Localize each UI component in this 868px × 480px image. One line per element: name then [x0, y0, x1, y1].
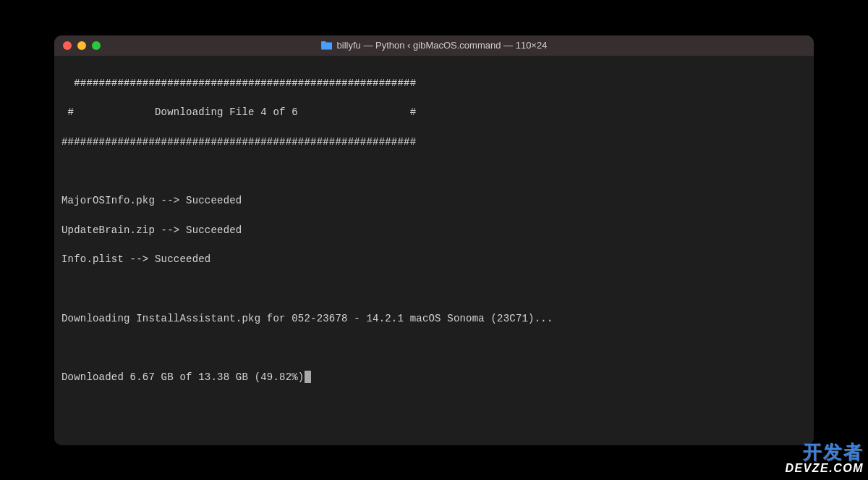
watermark-en: DEVZE.COM — [785, 463, 864, 474]
window-title-text: billyfu — Python ‹ gibMacOS.command — 11… — [337, 40, 548, 51]
banner-line: ########################################… — [61, 76, 807, 90]
folder-icon — [321, 41, 333, 50]
close-button[interactable] — [63, 41, 72, 50]
cursor — [305, 371, 311, 383]
window-title: billyfu — Python ‹ gibMacOS.command — 11… — [321, 40, 548, 51]
progress-line: Downloaded 6.67 GB of 13.38 GB (49.82%) — [61, 370, 807, 384]
banner-line: ########################################… — [61, 135, 807, 149]
download-result-line: MajorOSInfo.pkg --> Succeeded — [61, 193, 807, 208]
banner-line: # Downloading File 4 of 6 # — [61, 105, 807, 119]
minimize-button[interactable] — [77, 41, 86, 50]
terminal-window: billyfu — Python ‹ gibMacOS.command — 11… — [54, 35, 814, 445]
watermark-cn: 开发者 — [785, 442, 864, 461]
traffic-lights — [63, 41, 101, 50]
title-bar: billyfu — Python ‹ gibMacOS.command — 11… — [54, 35, 814, 56]
terminal-body[interactable]: ########################################… — [54, 56, 814, 420]
blank-line — [61, 340, 807, 355]
maximize-button[interactable] — [92, 41, 101, 50]
watermark: 开发者 DEVZE.COM — [785, 442, 864, 474]
download-result-line: Info.plist --> Succeeded — [61, 252, 807, 266]
blank-line — [61, 282, 807, 296]
progress-text: Downloaded 6.67 GB of 13.38 GB (49.82%) — [61, 371, 304, 383]
downloading-line: Downloading InstallAssistant.pkg for 052… — [61, 311, 807, 326]
download-result-line: UpdateBrain.zip --> Succeeded — [61, 223, 807, 237]
blank-line — [61, 164, 807, 179]
